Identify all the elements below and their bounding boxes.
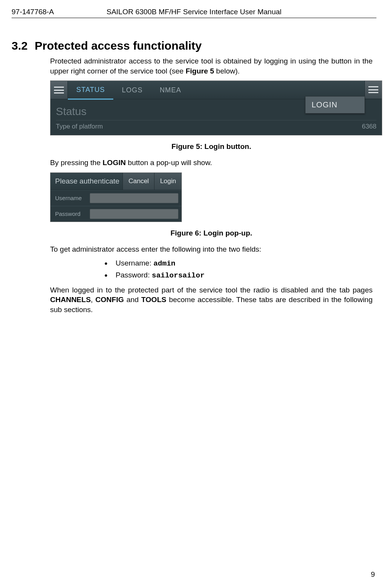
status-row-label: Type of platform (56, 123, 103, 130)
login-submit-button[interactable]: Login (154, 173, 181, 190)
tab-logs[interactable]: LOGS (113, 81, 151, 99)
figure-5-screenshot: STATUS LOGS NMEA LOGIN Status Type of pl… (50, 80, 382, 135)
status-row-value: 6368 (362, 123, 376, 130)
page-header: SAILOR 6300B MF/HF Service Interface Use… (12, 8, 376, 18)
figure-6-screenshot: Please authenticate Cancel Login Usernam… (50, 172, 182, 222)
after-fig6-intro: To get administrator access enter the fo… (50, 244, 373, 254)
intro-paragraph: Protected administrator access to the se… (50, 56, 373, 76)
list-item: Password: sailorsailor (112, 271, 373, 280)
figure-6-caption: Figure 6: Login pop-up. (50, 229, 373, 237)
dialog-title: Please authenticate (50, 177, 123, 185)
after-fig5-paragraph: By pressing the LOGIN button a pop-up wi… (50, 158, 373, 168)
section-number: 3.2 (12, 39, 35, 52)
password-value: sailorsailor (152, 271, 205, 280)
password-label: Password (50, 210, 90, 217)
menu-icon[interactable] (364, 81, 382, 99)
credentials-list: Username: admin Password: sailorsailor (50, 259, 373, 280)
tab-nmea[interactable]: NMEA (151, 81, 190, 99)
password-field[interactable] (90, 209, 178, 219)
section-title: Protected access functionality (35, 39, 202, 52)
username-value: admin (153, 259, 175, 268)
doc-title: SAILOR 6300B MF/HF Service Interface Use… (106, 8, 281, 16)
figure-5-caption: Figure 5: Login button. (50, 142, 373, 151)
tab-status[interactable]: STATUS (68, 81, 113, 100)
hamburger-icon[interactable] (50, 81, 68, 99)
login-button[interactable]: LOGIN (305, 96, 365, 114)
page-number: 9 (371, 570, 375, 579)
cancel-button[interactable]: Cancel (123, 173, 154, 190)
username-field[interactable] (90, 193, 178, 203)
closing-paragraph: When logged in to the protected part of … (50, 285, 373, 315)
username-label: Username (50, 195, 90, 201)
figure-ref: Figure 5 (186, 67, 214, 75)
section-heading: 3.2Protected access functionality (12, 39, 373, 52)
list-item: Username: admin (112, 259, 373, 268)
